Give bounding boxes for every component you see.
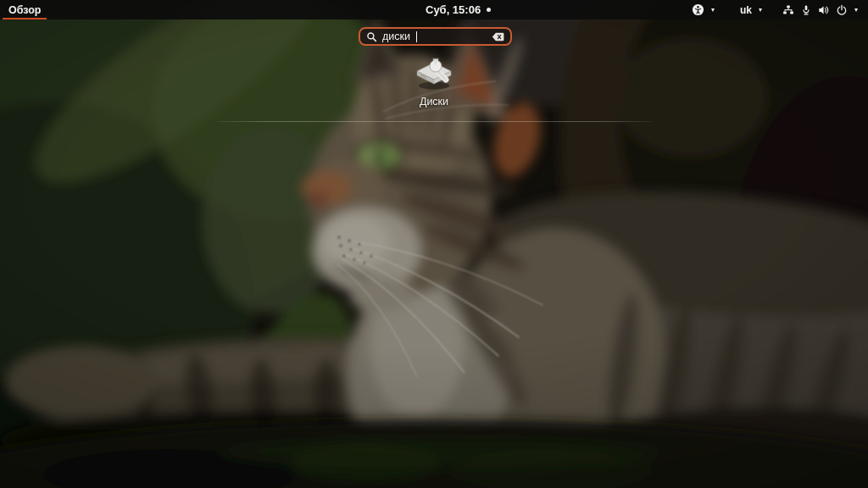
clock-button[interactable]: Суб, 15:06 — [420, 0, 496, 19]
accessibility-menu-button[interactable]: ▾ — [685, 0, 721, 19]
accessibility-icon — [692, 3, 704, 16]
keyboard-layout-button[interactable]: uk ▾ — [733, 0, 769, 19]
keyboard-layout-label: uk — [740, 4, 752, 16]
chevron-down-icon: ▾ — [759, 7, 762, 14]
status-area: ▾ uk ▾ — [685, 0, 865, 19]
system-icons — [782, 4, 848, 16]
microphone-icon — [800, 4, 812, 16]
network-wired-icon — [782, 4, 794, 16]
overview-label: Обзор — [8, 4, 41, 16]
result-label: Диски — [420, 96, 448, 108]
chevron-down-icon: ▾ — [854, 7, 858, 14]
search-input[interactable]: диски — [359, 27, 512, 46]
search-result-disks[interactable]: Диски — [392, 54, 476, 108]
disks-app-icon — [411, 54, 457, 93]
backspace-icon — [492, 32, 504, 42]
power-icon — [836, 4, 848, 16]
volume-icon — [818, 4, 830, 16]
magnifier-icon — [366, 31, 377, 42]
clear-search-button[interactable] — [492, 32, 504, 42]
system-menu-button[interactable]: ▾ — [776, 0, 865, 19]
notification-dot — [487, 8, 491, 12]
clock-label: Суб, 15:06 — [426, 3, 481, 16]
text-cursor — [416, 31, 417, 42]
gnome-overview-screen: Диски диски Обзор Суб, 15:06 — [0, 0, 868, 488]
results-divider — [217, 121, 651, 122]
overview-button[interactable]: Обзор — [0, 0, 49, 19]
search-query-text: диски — [382, 31, 410, 42]
active-indicator — [3, 18, 47, 19]
chevron-down-icon: ▾ — [711, 7, 715, 14]
top-bar: Обзор Суб, 15:06 ▾ — [0, 0, 868, 19]
